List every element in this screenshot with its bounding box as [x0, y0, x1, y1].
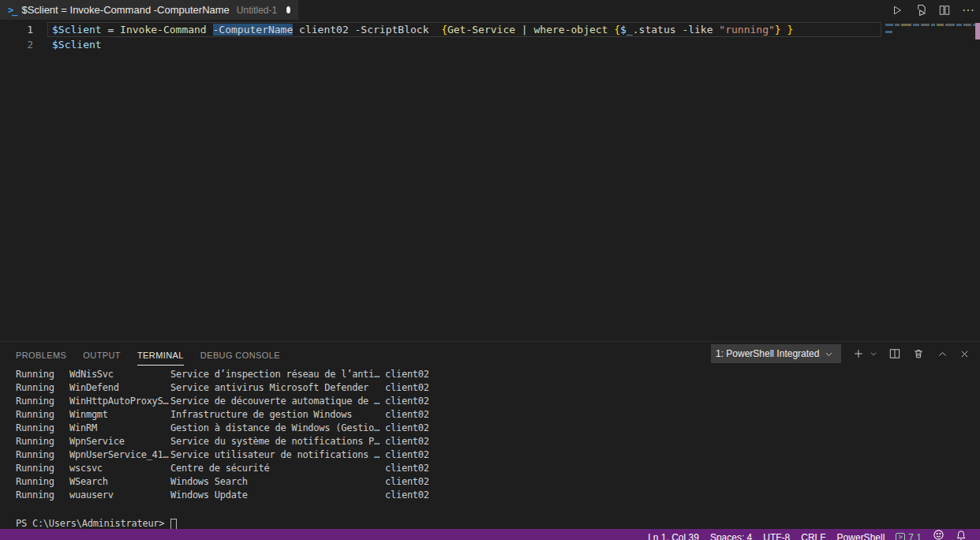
- panel-tab-output[interactable]: OUTPUT: [83, 347, 121, 366]
- terminal-output: RunningWdNisSvcService d’inspection rése…: [0, 368, 980, 502]
- bottom-panel: PROBLEMSOUTPUTTERMINALDEBUG CONSOLE 1: P…: [0, 341, 980, 529]
- code-token: -ScriptBlock: [355, 24, 429, 36]
- run-or-debug-icon[interactable]: [912, 2, 930, 19]
- code-token: Get-Service: [447, 24, 515, 36]
- terminal[interactable]: RunningWdNisSvcService d’inspection rése…: [0, 366, 980, 531]
- service-status: Running: [16, 422, 69, 435]
- terminal-service-row: RunningWdNisSvcService d’inspection rése…: [0, 368, 980, 381]
- editor-actions: ···: [888, 0, 977, 20]
- more-actions-icon[interactable]: ···: [959, 2, 977, 19]
- service-display: Windows Update: [170, 489, 385, 502]
- terminal-selector-value: 1: PowerShell Integrated: [716, 348, 825, 359]
- eol-status[interactable]: CRLF: [795, 529, 831, 540]
- service-status: Running: [16, 462, 69, 475]
- new-terminal-icon[interactable]: [849, 344, 868, 363]
- service-display: Service de découverte automatique de …: [170, 395, 385, 408]
- dirty-indicator-icon[interactable]: [286, 6, 290, 13]
- close-panel-icon[interactable]: [955, 344, 974, 363]
- code-token: }: [775, 24, 781, 36]
- service-status: Running: [16, 489, 69, 502]
- powershell-file-icon: >_: [8, 5, 16, 16]
- terminal-service-row: RunningWinHttpAutoProxyS…Service de déco…: [0, 395, 980, 408]
- minimap-line-1: [885, 24, 980, 26]
- run-icon[interactable]: [888, 2, 906, 19]
- minimap-line-2: [885, 31, 892, 33]
- service-machine: client02: [385, 489, 980, 502]
- terminal-selector[interactable]: 1: PowerShell Integrated: [711, 344, 841, 363]
- terminal-service-row: RunningWSearchWindows Searchclient02: [0, 475, 980, 489]
- code-token: [428, 24, 441, 36]
- service-name: WSearch: [69, 475, 170, 489]
- service-name: WinDefend: [69, 381, 170, 395]
- kill-terminal-icon[interactable]: [909, 344, 928, 363]
- service-name: Winmgmt: [69, 408, 170, 422]
- service-status: Running: [16, 435, 69, 448]
- terminal-service-row: RunningWpnServiceService du système de n…: [0, 435, 980, 448]
- service-display: Windows Search: [170, 475, 385, 489]
- code-token: Invoke-Command: [120, 24, 207, 36]
- service-status: Running: [16, 448, 69, 462]
- split-terminal-icon[interactable]: [885, 344, 904, 363]
- panel-tabs: PROBLEMSOUTPUTTERMINALDEBUG CONSOLE: [16, 343, 280, 366]
- cursor-position-status[interactable]: Ln 1, Col 39: [642, 529, 705, 540]
- editor-code[interactable]: $Sclient = Invoke-Command -ComputerName …: [52, 22, 793, 52]
- service-display: Service utilisateur de notifications …: [170, 448, 385, 462]
- code-line[interactable]: $Sclient: [52, 37, 793, 52]
- code-token: {: [614, 24, 620, 36]
- powershell-session-status[interactable]: > 7.1: [890, 529, 927, 540]
- service-name: WpnUserService_41…: [69, 448, 170, 462]
- line-number: 2: [0, 37, 33, 52]
- notifications-bell-icon[interactable]: [950, 529, 972, 540]
- terminal-cursor: [170, 519, 177, 530]
- code-token: $Sclient: [52, 24, 102, 36]
- service-name: WinHttpAutoProxyS…: [69, 395, 170, 408]
- code-token: $Sclient: [52, 39, 102, 51]
- service-machine: client02: [385, 422, 980, 435]
- panel-tab-debug-console[interactable]: DEBUG CONSOLE: [200, 347, 280, 366]
- panel-header: PROBLEMSOUTPUTTERMINALDEBUG CONSOLE 1: P…: [0, 342, 980, 366]
- service-name: WinRM: [69, 422, 170, 435]
- tab-description: Untitled-1: [237, 5, 277, 16]
- code-line[interactable]: $Sclient = Invoke-Command -ComputerName …: [52, 22, 793, 37]
- code-token: $_: [620, 24, 633, 36]
- terminal-service-row: RunningwscsvcCentre de sécuritéclient02: [0, 462, 980, 475]
- code-token: |: [515, 24, 533, 36]
- service-status: Running: [16, 381, 69, 395]
- editor[interactable]: 12 $Sclient = Invoke-Command -ComputerNa…: [0, 20, 980, 341]
- encoding-status[interactable]: UTF-8: [757, 529, 795, 540]
- feedback-icon[interactable]: [927, 529, 950, 540]
- selected-token: -ComputerName: [213, 24, 294, 36]
- line-number: 1: [0, 22, 33, 37]
- service-name: wscsvc: [69, 462, 170, 475]
- terminal-service-row: RunningWinRMGestion à distance de Window…: [0, 422, 980, 435]
- chevron-down-icon: [825, 350, 833, 358]
- service-status: Running: [16, 368, 69, 381]
- panel-tab-terminal[interactable]: TERMINAL: [137, 347, 184, 366]
- language-mode-status[interactable]: PowerShell: [832, 529, 891, 540]
- terminal-service-row: RunningWinmgmtInfrastructure de gestion …: [0, 408, 980, 422]
- minimap[interactable]: [884, 20, 973, 341]
- code-token: }: [781, 24, 794, 36]
- service-display: Service d’inspection réseau de l’anti…: [170, 368, 385, 381]
- new-terminal-dropdown-icon[interactable]: [868, 344, 879, 363]
- status-bar: Ln 1, Col 39 Spaces: 4 UTF-8 CRLF PowerS…: [0, 529, 980, 540]
- code-token: "running": [719, 24, 774, 36]
- maximize-panel-icon[interactable]: [933, 344, 952, 363]
- panel-tab-problems[interactable]: PROBLEMS: [16, 347, 66, 366]
- service-machine: client02: [385, 395, 980, 408]
- split-editor-icon[interactable]: [936, 2, 953, 19]
- overview-ruler-selection-mark: [975, 23, 980, 39]
- terminal-service-row: RunningwuauservWindows Updateclient02: [0, 489, 980, 502]
- service-name: wuauserv: [69, 489, 170, 502]
- code-token: [207, 24, 213, 36]
- terminal-service-row: RunningWinDefendService antivirus Micros…: [0, 381, 980, 395]
- editor-tab[interactable]: >_ $Sclient = Invoke-Command -ComputerNa…: [0, 0, 298, 20]
- indentation-status[interactable]: Spaces: 4: [705, 529, 757, 540]
- powershell-version: 7.1: [908, 529, 922, 540]
- service-machine: client02: [385, 475, 980, 489]
- code-token: =: [102, 24, 120, 36]
- service-machine: client02: [385, 381, 980, 395]
- service-name: WpnService: [69, 435, 170, 448]
- service-machine: client02: [385, 368, 980, 381]
- terminal-service-row: RunningWpnUserService_41…Service utilisa…: [0, 448, 980, 462]
